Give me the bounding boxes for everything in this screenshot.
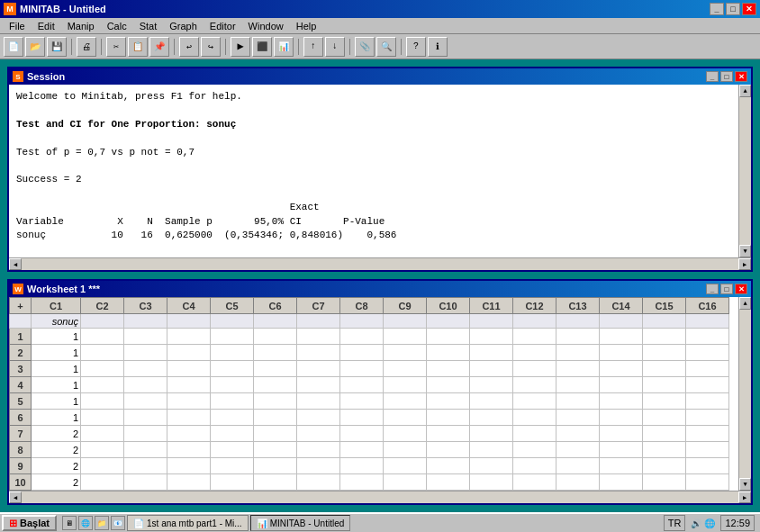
var-name-c7[interactable] bbox=[297, 314, 340, 329]
data-cell[interactable] bbox=[470, 410, 513, 426]
data-cell[interactable] bbox=[124, 393, 167, 410]
data-cell[interactable] bbox=[384, 458, 427, 474]
var-name-c15[interactable] bbox=[643, 314, 686, 329]
data-cell[interactable] bbox=[340, 458, 384, 474]
var-name-c10[interactable] bbox=[427, 314, 470, 329]
var-name-c3[interactable] bbox=[124, 314, 167, 329]
data-cell[interactable] bbox=[384, 393, 427, 410]
data-cell[interactable] bbox=[167, 426, 211, 442]
var-name-c2[interactable] bbox=[81, 314, 124, 329]
data-cell[interactable] bbox=[81, 410, 124, 426]
data-cell[interactable] bbox=[81, 361, 124, 377]
data-cell[interactable] bbox=[167, 361, 211, 377]
data-cell[interactable] bbox=[211, 393, 254, 410]
data-cell[interactable] bbox=[81, 377, 124, 393]
data-cell[interactable] bbox=[81, 426, 124, 442]
var-name-c13[interactable] bbox=[556, 314, 600, 329]
data-cell[interactable] bbox=[254, 474, 297, 491]
data-cell[interactable] bbox=[124, 345, 167, 361]
data-cell[interactable] bbox=[556, 361, 600, 377]
taskbar-task2[interactable]: 📊 MINITAB - Untitled bbox=[250, 515, 351, 531]
session-vscrollbar[interactable]: ▲ ▼ bbox=[738, 85, 751, 257]
data-cell[interactable]: 1 bbox=[32, 329, 81, 345]
menu-editor[interactable]: Editor bbox=[204, 20, 241, 32]
data-cell[interactable] bbox=[686, 426, 729, 442]
data-cell[interactable] bbox=[513, 474, 556, 491]
data-cell[interactable] bbox=[340, 361, 384, 377]
data-cell[interactable] bbox=[167, 329, 211, 345]
quicklaunch-icon3[interactable]: 📁 bbox=[95, 516, 109, 530]
data-cell[interactable] bbox=[686, 345, 729, 361]
data-cell[interactable] bbox=[81, 393, 124, 410]
close-button[interactable]: ✕ bbox=[742, 3, 756, 15]
data-cell[interactable] bbox=[81, 329, 124, 345]
data-cell[interactable] bbox=[556, 474, 600, 491]
worksheet-grid[interactable]: + C1 C2 C3 C4 C5 C6 C7 C8 C9 C10 C11 bbox=[9, 297, 738, 491]
data-cell[interactable] bbox=[297, 442, 340, 458]
toolbar-b1[interactable]: ▶ bbox=[231, 37, 250, 57]
data-cell[interactable] bbox=[600, 474, 643, 491]
toolbar-b2[interactable]: ⬛ bbox=[252, 37, 272, 57]
ws-scroll-track[interactable] bbox=[739, 310, 751, 478]
data-cell[interactable] bbox=[254, 329, 297, 345]
data-cell[interactable] bbox=[470, 361, 513, 377]
data-cell[interactable] bbox=[686, 329, 729, 345]
data-cell[interactable] bbox=[124, 474, 167, 491]
data-cell[interactable] bbox=[167, 474, 211, 491]
data-cell[interactable] bbox=[600, 442, 643, 458]
data-cell[interactable] bbox=[254, 410, 297, 426]
menu-manip[interactable]: Manip bbox=[62, 20, 100, 32]
toolbar-b7[interactable]: 🔍 bbox=[376, 37, 396, 57]
data-cell[interactable] bbox=[643, 361, 686, 377]
data-cell[interactable] bbox=[340, 474, 384, 491]
data-cell[interactable] bbox=[643, 410, 686, 426]
data-cell[interactable] bbox=[600, 410, 643, 426]
data-cell[interactable] bbox=[556, 377, 600, 393]
data-cell[interactable] bbox=[211, 410, 254, 426]
var-name-c11[interactable] bbox=[470, 314, 513, 329]
data-cell[interactable] bbox=[254, 458, 297, 474]
session-content[interactable]: Welcome to Minitab, press F1 for help. T… bbox=[9, 85, 738, 257]
data-cell[interactable] bbox=[211, 474, 254, 491]
data-cell[interactable] bbox=[686, 361, 729, 377]
data-cell[interactable] bbox=[384, 361, 427, 377]
data-cell[interactable] bbox=[600, 345, 643, 361]
data-cell[interactable] bbox=[384, 345, 427, 361]
data-cell[interactable] bbox=[513, 426, 556, 442]
data-cell[interactable] bbox=[556, 426, 600, 442]
data-cell[interactable] bbox=[297, 393, 340, 410]
data-cell[interactable] bbox=[600, 426, 643, 442]
data-cell[interactable] bbox=[167, 442, 211, 458]
menu-calc[interactable]: Calc bbox=[102, 20, 132, 32]
data-cell[interactable] bbox=[124, 410, 167, 426]
var-name-c8[interactable] bbox=[340, 314, 384, 329]
col-header-c1[interactable]: C1 bbox=[32, 298, 81, 314]
data-cell[interactable] bbox=[470, 474, 513, 491]
session-hscroll-track[interactable] bbox=[22, 258, 738, 270]
quicklaunch-icon1[interactable]: 🖥 bbox=[62, 516, 77, 530]
data-cell[interactable] bbox=[254, 393, 297, 410]
toolbar-b8[interactable]: ? bbox=[406, 37, 426, 57]
quicklaunch-icon2[interactable]: 🌐 bbox=[78, 516, 93, 530]
var-name-c1[interactable]: sonuç bbox=[32, 314, 81, 329]
data-cell[interactable] bbox=[427, 474, 470, 491]
data-cell[interactable] bbox=[643, 458, 686, 474]
toolbar-copy[interactable]: 📋 bbox=[128, 37, 148, 57]
col-header-c13[interactable]: C13 bbox=[556, 298, 600, 314]
data-cell[interactable] bbox=[556, 442, 600, 458]
data-cell[interactable] bbox=[254, 377, 297, 393]
data-cell[interactable] bbox=[297, 377, 340, 393]
data-cell[interactable] bbox=[556, 329, 600, 345]
data-cell[interactable] bbox=[470, 329, 513, 345]
data-cell[interactable] bbox=[427, 329, 470, 345]
toolbar-paste[interactable]: 📌 bbox=[149, 37, 169, 57]
data-cell[interactable] bbox=[340, 377, 384, 393]
session-scroll-up[interactable]: ▲ bbox=[739, 85, 751, 97]
data-cell[interactable] bbox=[556, 458, 600, 474]
col-header-c11[interactable]: C11 bbox=[470, 298, 513, 314]
data-cell[interactable] bbox=[211, 458, 254, 474]
data-cell[interactable] bbox=[513, 377, 556, 393]
data-cell[interactable] bbox=[297, 458, 340, 474]
data-cell[interactable] bbox=[384, 410, 427, 426]
data-cell[interactable] bbox=[297, 474, 340, 491]
